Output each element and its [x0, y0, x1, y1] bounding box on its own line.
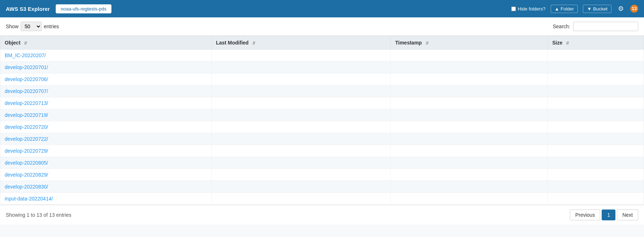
cell-object: develop-20220713/ [0, 97, 212, 109]
cell-last-modified [211, 181, 390, 193]
table-row: develop-20220722/ [0, 133, 644, 145]
hide-folders-label[interactable]: Hide folders? [511, 6, 546, 12]
cell-object: BM_IC-20220207/ [0, 50, 212, 62]
cell-object: develop-20220707/ [0, 85, 212, 97]
footer: Showing 1 to 13 of 13 entries Previous 1… [0, 205, 644, 225]
cell-object: develop-20220722/ [0, 133, 212, 145]
cell-size [548, 85, 644, 97]
cell-timestamp [391, 133, 548, 145]
cell-timestamp [391, 97, 548, 109]
cell-object: develop-20220706/ [0, 73, 212, 85]
cell-last-modified [211, 73, 390, 85]
object-link[interactable]: develop-20220706/ [5, 76, 48, 82]
cell-object: develop-20220701/ [0, 62, 212, 73]
hide-folders-checkbox[interactable] [511, 7, 516, 11]
cell-size [548, 157, 644, 169]
table-row: BM_IC-20220207/ [0, 50, 644, 62]
cell-size [548, 73, 644, 85]
sort-size-icon: ⇵ [566, 41, 569, 45]
cell-size [548, 62, 644, 73]
cell-timestamp [391, 169, 548, 181]
cell-last-modified [211, 97, 390, 109]
object-link[interactable]: develop-20220707/ [5, 88, 48, 94]
cell-last-modified [211, 62, 390, 73]
cell-object: develop-20220729/ [0, 145, 212, 157]
cell-size [548, 50, 644, 62]
object-link[interactable]: develop-20220830/ [5, 184, 48, 190]
cell-last-modified [211, 145, 390, 157]
object-link[interactable]: develop-20220701/ [5, 64, 48, 70]
object-link[interactable]: develop-20220829/ [5, 172, 48, 178]
object-link[interactable]: develop-20220729/ [5, 148, 48, 154]
cell-object: develop-20220830/ [0, 181, 212, 193]
entries-label: entries [44, 24, 59, 29]
col-last-modified[interactable]: Last Modified ⇵ [211, 36, 390, 50]
bucket-button[interactable]: ▼ Bucket [583, 5, 611, 13]
cell-object: develop-20220805/ [0, 157, 212, 169]
table-row: develop-20220720/ [0, 121, 644, 133]
search-input[interactable] [573, 22, 638, 31]
cell-size [548, 109, 644, 121]
cell-size [548, 169, 644, 181]
table-row: develop-20220713/ [0, 97, 644, 109]
cell-size [548, 181, 644, 193]
table-row: develop-20220829/ [0, 169, 644, 181]
cell-last-modified [211, 109, 390, 121]
cell-object: develop-20220829/ [0, 169, 212, 181]
search-label: Search: [553, 24, 570, 29]
col-object[interactable]: Object ⇵ [0, 36, 212, 50]
header-controls: Hide folders? ▲ Folder ▼ Bucket ⚙ 13 [511, 5, 638, 13]
object-link[interactable]: BM_IC-20220207/ [5, 52, 46, 58]
cell-last-modified [211, 193, 390, 205]
sort-timestamp-icon: ⇵ [425, 41, 429, 45]
cell-last-modified [211, 133, 390, 145]
table-row: develop-20220830/ [0, 181, 644, 193]
pagination: Previous 1 Next [570, 210, 638, 220]
cell-timestamp [391, 62, 548, 73]
showing-text: Showing 1 to 13 of 13 entries [6, 212, 71, 218]
cell-object: develop-20220720/ [0, 121, 212, 133]
bucket-icon: ▼ [587, 6, 592, 12]
object-link[interactable]: input-data-20220414/ [5, 196, 53, 202]
cell-timestamp [391, 109, 548, 121]
table-row: develop-20220719/ [0, 109, 644, 121]
col-size[interactable]: Size ⇵ [548, 36, 644, 50]
object-link[interactable]: develop-20220713/ [5, 100, 48, 106]
show-label: Show [6, 24, 18, 29]
settings-button[interactable]: ⚙ [617, 5, 625, 13]
table-row: input-data-20220414/ [0, 193, 644, 205]
bucket-tab[interactable]: noaa-ufs-regtests-pds [56, 4, 111, 13]
folder-button[interactable]: ▲ Folder [551, 5, 578, 13]
sort-object-icon: ⇵ [24, 41, 27, 45]
show-entries-select[interactable]: 10 25 50 100 [21, 22, 42, 31]
cell-object: develop-20220719/ [0, 109, 212, 121]
header: AWS S3 Explorer noaa-ufs-regtests-pds Hi… [0, 0, 644, 17]
cell-size [548, 97, 644, 109]
page-1-button[interactable]: 1 [602, 210, 615, 220]
object-link[interactable]: develop-20220722/ [5, 136, 48, 142]
cell-last-modified [211, 85, 390, 97]
search-area: Search: [553, 22, 638, 31]
cell-last-modified [211, 157, 390, 169]
previous-button[interactable]: Previous [570, 210, 600, 220]
cell-size [548, 121, 644, 133]
cell-timestamp [391, 50, 548, 62]
table-row: develop-20220706/ [0, 73, 644, 85]
table-row: develop-20220701/ [0, 62, 644, 73]
object-link[interactable]: develop-20220719/ [5, 112, 48, 118]
cell-size [548, 133, 644, 145]
cell-timestamp [391, 181, 548, 193]
table-body: BM_IC-20220207/ develop-20220701/ develo… [0, 50, 644, 205]
table-container: Object ⇵ Last Modified ⇵ Timestamp ⇵ Siz… [0, 36, 644, 205]
table-header: Object ⇵ Last Modified ⇵ Timestamp ⇵ Siz… [0, 36, 644, 50]
sort-lastmodified-icon: ⇵ [252, 41, 255, 45]
cell-object: input-data-20220414/ [0, 193, 212, 205]
cell-last-modified [211, 169, 390, 181]
object-link[interactable]: develop-20220805/ [5, 160, 48, 166]
cell-size [548, 145, 644, 157]
cell-timestamp [391, 85, 548, 97]
object-link[interactable]: develop-20220720/ [5, 124, 48, 130]
col-timestamp[interactable]: Timestamp ⇵ [391, 36, 548, 50]
next-button[interactable]: Next [617, 210, 638, 220]
cell-size [548, 193, 644, 205]
